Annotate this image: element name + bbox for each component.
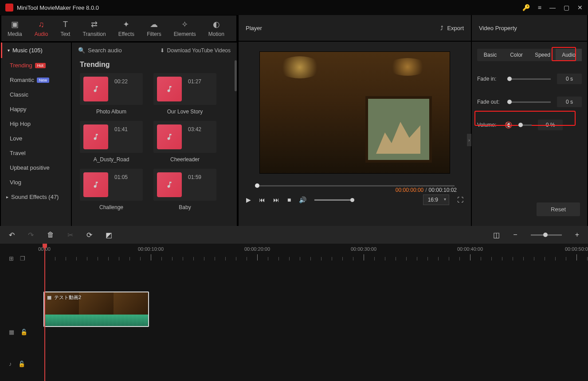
section-title: Trending [72, 58, 237, 73]
export-button[interactable]: ⤴Export [440, 25, 464, 31]
aspect-ratio-select[interactable]: 16:9 [423, 194, 449, 205]
sidebar-category-music[interactable]: ▾Music (105) [1, 43, 71, 58]
music-note-icon [83, 172, 108, 197]
fade-out-slider[interactable] [507, 101, 551, 103]
tab-motion[interactable]: ◐Motion [202, 16, 231, 41]
playhead[interactable] [44, 244, 45, 381]
undo-button[interactable]: ↶ [9, 231, 15, 239]
audio-clip-baby[interactable]: 01:59 Baby [153, 169, 216, 210]
highlight-volume-row [474, 111, 576, 126]
progress-bar[interactable] [255, 185, 455, 187]
split-button[interactable]: ✂ [67, 231, 73, 239]
tab-text[interactable]: TText [54, 16, 76, 41]
download-icon: ⬇ [160, 47, 165, 54]
audio-clip-cheerleader[interactable]: 03:42 Cheerleader [153, 121, 216, 163]
duplicate-track-icon[interactable]: ❐ [20, 255, 25, 262]
sidebar-item-love[interactable]: Love [1, 131, 71, 146]
music-note-icon [83, 124, 108, 149]
zoom-slider[interactable] [531, 234, 562, 236]
stop-button[interactable]: ■ [287, 196, 291, 203]
fade-out-label: Fade out: [477, 99, 501, 105]
sidebar-category-sfx[interactable]: ▸Sound Effects (47) [1, 190, 71, 204]
fullscreen-button[interactable]: ⛶ [457, 196, 463, 203]
transition-icon: ⇄ [91, 19, 98, 29]
music-note-icon [157, 172, 182, 197]
lock-track-icon[interactable]: 🔓 [18, 361, 25, 367]
video-preview[interactable] [259, 51, 450, 174]
audio-clip-photo-album[interactable]: 00:22 Photo Album [80, 73, 143, 115]
sidebar-item-vlog[interactable]: Vlog [1, 175, 71, 190]
sidebar-item-romantic[interactable]: RomanticNew [1, 73, 71, 87]
audio-clip-challenge[interactable]: 01:05 Challenge [80, 169, 143, 210]
zoom-out-button[interactable]: − [513, 231, 517, 239]
export-icon: ⤴ [440, 25, 443, 31]
search-icon: 🔍 [78, 47, 85, 54]
tab-effects[interactable]: ✦Effects [112, 16, 141, 41]
effects-icon: ✦ [123, 19, 129, 29]
fade-in-slider[interactable] [507, 78, 551, 80]
tab-filters[interactable]: ☁Filters [141, 16, 168, 41]
volume-icon[interactable]: 🔊 [299, 196, 306, 203]
fade-out-value[interactable]: 0 s [557, 97, 582, 107]
prop-tab-basic[interactable]: Basic [477, 49, 503, 61]
chevron-down-icon: ▾ [8, 48, 10, 53]
video-track[interactable]: ▦テスト動画2 [40, 291, 588, 328]
content-scrollbar[interactable] [235, 60, 237, 91]
current-time: 00:00:00:00 [396, 187, 423, 193]
volume-slider[interactable] [518, 124, 532, 126]
next-frame-button[interactable]: ⏭ [273, 196, 279, 203]
play-button[interactable]: ▶ [246, 196, 251, 203]
snap-button[interactable]: ◫ [493, 231, 500, 239]
redo-button[interactable]: ↷ [28, 231, 34, 239]
sidebar-item-upbeat[interactable]: Upbeat positive [1, 160, 71, 175]
app-title: MiniTool MovieMaker Free 8.0.0 [17, 4, 522, 11]
tab-transition[interactable]: ⇄Transition [76, 16, 112, 41]
menu-icon[interactable]: ≡ [538, 4, 541, 11]
fade-in-value[interactable]: 0 s [557, 74, 582, 84]
audio-clip-dusty-road[interactable]: 01:41 A_Dusty_Road [80, 121, 143, 163]
new-badge: New [37, 78, 49, 83]
audio-track[interactable] [40, 328, 588, 354]
expand-panel-handle[interactable]: › [467, 134, 471, 146]
timeline-ruler[interactable]: 00:0000:00:10:0000:00:20:0000:00:30:0000… [40, 244, 588, 264]
download-youtube-link[interactable]: ⬇Download YouTube Videos [160, 47, 231, 54]
music-note-icon [83, 77, 108, 101]
zoom-in-button[interactable]: + [575, 231, 579, 239]
add-track-icon[interactable]: ⊞ [9, 255, 14, 262]
audio-clip-our-love-story[interactable]: 01:27 Our Love Story [153, 73, 216, 115]
music-note-icon [157, 124, 182, 149]
prev-frame-button[interactable]: ⏮ [259, 196, 265, 203]
minimize-icon[interactable]: — [549, 4, 556, 11]
player-volume-slider[interactable] [314, 199, 354, 201]
waveform [44, 315, 148, 326]
chevron-right-icon: ▸ [6, 194, 8, 199]
highlight-audio-tab [552, 47, 576, 61]
music-icon: ♫ [38, 20, 44, 29]
lock-track-icon[interactable]: 🔓 [20, 329, 27, 335]
duration: 00:00:10:02 [429, 187, 457, 193]
tab-elements[interactable]: ✧Elements [168, 16, 202, 41]
speed-button[interactable]: ⟳ [86, 231, 92, 239]
tab-media[interactable]: ▣Media [1, 16, 28, 41]
sidebar-item-travel[interactable]: Travel [1, 146, 71, 160]
elements-icon: ✧ [181, 19, 188, 29]
folder-icon: ▣ [11, 19, 19, 29]
close-icon[interactable]: ✕ [577, 4, 583, 11]
sidebar-item-hiphop[interactable]: Hip Hop [1, 117, 71, 131]
sidebar-item-happy[interactable]: Happy [1, 102, 71, 117]
delete-button[interactable]: 🗑 [47, 231, 54, 239]
premium-key-icon[interactable]: 🔑 [522, 4, 530, 11]
audio-track-icon: ♪ [9, 361, 12, 367]
reset-button[interactable]: Reset [537, 202, 580, 216]
sidebar-item-trending[interactable]: TrendingHot [1, 58, 71, 73]
maximize-icon[interactable]: ▢ [564, 4, 569, 11]
prop-tab-color[interactable]: Color [503, 49, 529, 61]
hot-badge: Hot [35, 63, 46, 68]
fade-in-label: Fade in: [477, 76, 501, 82]
tab-audio[interactable]: ♫Audio [28, 16, 55, 41]
sidebar-item-classic[interactable]: Classic [1, 87, 71, 102]
search-audio-input[interactable]: 🔍Search audio [78, 47, 122, 54]
video-clip[interactable]: ▦テスト動画2 [43, 292, 149, 327]
crop-button[interactable]: ◩ [106, 231, 112, 239]
music-note-icon [157, 77, 182, 101]
